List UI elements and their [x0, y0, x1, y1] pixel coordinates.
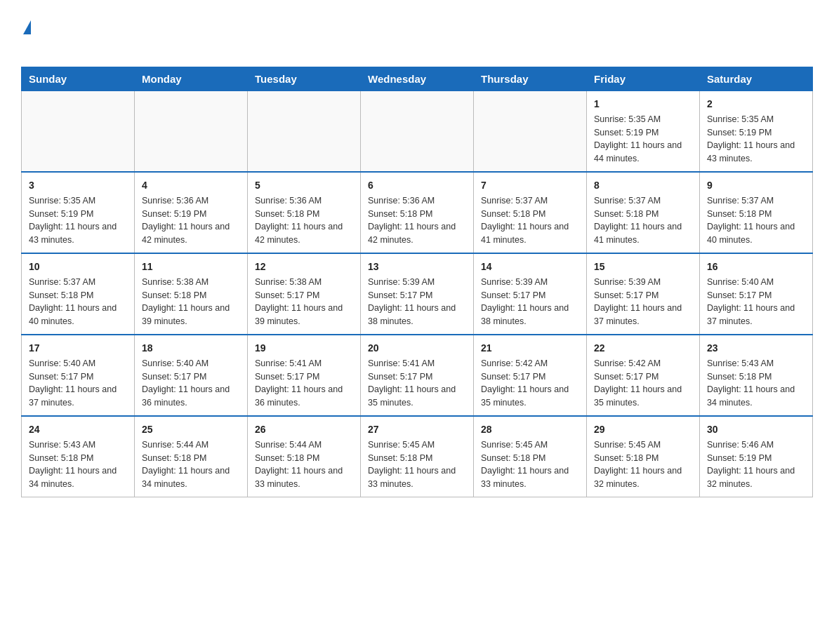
- daylight-text: Daylight: 11 hours and 36 minutes.: [255, 384, 343, 408]
- calendar-cell: [22, 90, 135, 172]
- calendar-cell: 22Sunrise: 5:42 AMSunset: 5:17 PMDayligh…: [587, 335, 700, 416]
- calendar-cell: 18Sunrise: 5:40 AMSunset: 5:17 PMDayligh…: [135, 335, 248, 416]
- day-number: 26: [255, 422, 353, 437]
- calendar-week-4: 17Sunrise: 5:40 AMSunset: 5:17 PMDayligh…: [22, 335, 813, 416]
- sunset-text: Sunset: 5:18 PM: [29, 290, 93, 300]
- daylight-text: Daylight: 11 hours and 34 minutes.: [29, 466, 117, 489]
- daylight-text: Daylight: 11 hours and 40 minutes.: [707, 222, 795, 245]
- calendar-week-3: 10Sunrise: 5:37 AMSunset: 5:18 PMDayligh…: [22, 253, 813, 335]
- sunrise-text: Sunrise: 5:46 AM: [707, 440, 774, 450]
- sunset-text: Sunset: 5:18 PM: [255, 453, 319, 463]
- weekday-header-thursday: Thursday: [474, 67, 587, 90]
- sunrise-text: Sunrise: 5:38 AM: [142, 277, 208, 287]
- sunset-text: Sunset: 5:19 PM: [707, 128, 772, 137]
- calendar-cell: 24Sunrise: 5:43 AMSunset: 5:18 PMDayligh…: [22, 416, 135, 497]
- weekday-header-tuesday: Tuesday: [248, 67, 361, 90]
- daylight-text: Daylight: 11 hours and 38 minutes.: [481, 303, 569, 326]
- sunrise-text: Sunrise: 5:43 AM: [707, 358, 774, 368]
- calendar-header-row: SundayMondayTuesdayWednesdayThursdayFrid…: [22, 67, 813, 90]
- calendar-cell: 29Sunrise: 5:45 AMSunset: 5:18 PMDayligh…: [587, 416, 700, 497]
- sunrise-text: Sunrise: 5:42 AM: [594, 358, 661, 368]
- daylight-text: Daylight: 11 hours and 42 minutes.: [368, 222, 456, 245]
- weekday-header-monday: Monday: [135, 67, 248, 90]
- daylight-text: Daylight: 11 hours and 37 minutes.: [29, 384, 117, 408]
- sunset-text: Sunset: 5:17 PM: [255, 372, 319, 382]
- day-number: 17: [29, 341, 127, 356]
- sunrise-text: Sunrise: 5:45 AM: [594, 440, 661, 450]
- day-number: 19: [255, 341, 353, 356]
- day-number: 21: [481, 341, 579, 356]
- calendar-cell: 12Sunrise: 5:38 AMSunset: 5:17 PMDayligh…: [248, 253, 361, 335]
- day-number: 7: [481, 178, 579, 193]
- daylight-text: Daylight: 11 hours and 42 minutes.: [255, 222, 343, 245]
- calendar-cell: 25Sunrise: 5:44 AMSunset: 5:18 PMDayligh…: [135, 416, 248, 497]
- day-number: 23: [707, 341, 805, 356]
- sunrise-text: Sunrise: 5:41 AM: [255, 358, 322, 368]
- sunrise-text: Sunrise: 5:35 AM: [594, 114, 661, 124]
- day-number: 1: [594, 97, 692, 112]
- day-number: 14: [481, 260, 579, 274]
- sunrise-text: Sunrise: 5:36 AM: [142, 196, 208, 206]
- sunrise-text: Sunrise: 5:41 AM: [368, 358, 435, 368]
- sunset-text: Sunset: 5:17 PM: [594, 372, 658, 382]
- calendar-cell: 9Sunrise: 5:37 AMSunset: 5:18 PMDaylight…: [700, 172, 813, 253]
- weekday-header-wednesday: Wednesday: [361, 67, 474, 90]
- day-number: 3: [29, 178, 127, 193]
- sunset-text: Sunset: 5:18 PM: [594, 209, 658, 219]
- day-number: 10: [29, 260, 127, 274]
- calendar-cell: 23Sunrise: 5:43 AMSunset: 5:18 PMDayligh…: [700, 335, 813, 416]
- calendar-cell: 27Sunrise: 5:45 AMSunset: 5:18 PMDayligh…: [361, 416, 474, 497]
- calendar-cell: 3Sunrise: 5:35 AMSunset: 5:19 PMDaylight…: [22, 172, 135, 253]
- daylight-text: Daylight: 11 hours and 35 minutes.: [594, 384, 682, 408]
- daylight-text: Daylight: 11 hours and 43 minutes.: [29, 222, 117, 245]
- daylight-text: Daylight: 11 hours and 43 minutes.: [707, 140, 795, 163]
- calendar-cell: 5Sunrise: 5:36 AMSunset: 5:18 PMDaylight…: [248, 172, 361, 253]
- sunrise-text: Sunrise: 5:45 AM: [368, 440, 435, 450]
- sunset-text: Sunset: 5:18 PM: [142, 453, 206, 463]
- sunrise-text: Sunrise: 5:42 AM: [481, 358, 548, 368]
- daylight-text: Daylight: 11 hours and 42 minutes.: [142, 222, 230, 245]
- day-number: 8: [594, 178, 692, 193]
- calendar-week-2: 3Sunrise: 5:35 AMSunset: 5:19 PMDaylight…: [22, 172, 813, 253]
- sunrise-text: Sunrise: 5:37 AM: [594, 196, 661, 206]
- day-number: 20: [368, 341, 466, 356]
- daylight-text: Daylight: 11 hours and 33 minutes.: [368, 466, 456, 489]
- calendar-table: SundayMondayTuesdayWednesdayThursdayFrid…: [21, 67, 813, 497]
- day-number: 25: [142, 422, 240, 437]
- day-number: 11: [142, 260, 240, 274]
- weekday-header-sunday: Sunday: [22, 67, 135, 90]
- sunset-text: Sunset: 5:19 PM: [594, 128, 658, 137]
- calendar-cell: 21Sunrise: 5:42 AMSunset: 5:17 PMDayligh…: [474, 335, 587, 416]
- sunset-text: Sunset: 5:18 PM: [481, 209, 545, 219]
- calendar-cell: 28Sunrise: 5:45 AMSunset: 5:18 PMDayligh…: [474, 416, 587, 497]
- sunset-text: Sunset: 5:18 PM: [594, 453, 658, 463]
- daylight-text: Daylight: 11 hours and 41 minutes.: [481, 222, 569, 245]
- sunrise-text: Sunrise: 5:37 AM: [29, 277, 95, 287]
- sunrise-text: Sunrise: 5:40 AM: [707, 277, 774, 287]
- day-number: 27: [368, 422, 466, 437]
- day-number: 30: [707, 422, 805, 437]
- sunrise-text: Sunrise: 5:40 AM: [142, 358, 208, 368]
- calendar-cell: 20Sunrise: 5:41 AMSunset: 5:17 PMDayligh…: [361, 335, 474, 416]
- sunset-text: Sunset: 5:17 PM: [368, 290, 432, 300]
- sunrise-text: Sunrise: 5:43 AM: [29, 440, 95, 450]
- daylight-text: Daylight: 11 hours and 38 minutes.: [368, 303, 456, 326]
- daylight-text: Daylight: 11 hours and 44 minutes.: [594, 140, 682, 163]
- sunrise-text: Sunrise: 5:37 AM: [481, 196, 548, 206]
- sunset-text: Sunset: 5:18 PM: [368, 209, 432, 219]
- sunrise-text: Sunrise: 5:37 AM: [707, 196, 774, 206]
- calendar-cell: 8Sunrise: 5:37 AMSunset: 5:18 PMDaylight…: [587, 172, 700, 253]
- sunset-text: Sunset: 5:18 PM: [142, 290, 206, 300]
- calendar-cell: 1Sunrise: 5:35 AMSunset: 5:19 PMDaylight…: [587, 90, 700, 172]
- sunset-text: Sunset: 5:18 PM: [707, 372, 772, 382]
- calendar-cell: 30Sunrise: 5:46 AMSunset: 5:19 PMDayligh…: [700, 416, 813, 497]
- daylight-text: Daylight: 11 hours and 39 minutes.: [142, 303, 230, 326]
- calendar-cell: 10Sunrise: 5:37 AMSunset: 5:18 PMDayligh…: [22, 253, 135, 335]
- day-number: 6: [368, 178, 466, 193]
- sunrise-text: Sunrise: 5:36 AM: [255, 196, 322, 206]
- sunset-text: Sunset: 5:17 PM: [142, 372, 206, 382]
- day-number: 13: [368, 260, 466, 274]
- sunset-text: Sunset: 5:18 PM: [481, 453, 545, 463]
- sunrise-text: Sunrise: 5:44 AM: [255, 440, 322, 450]
- daylight-text: Daylight: 11 hours and 41 minutes.: [594, 222, 682, 245]
